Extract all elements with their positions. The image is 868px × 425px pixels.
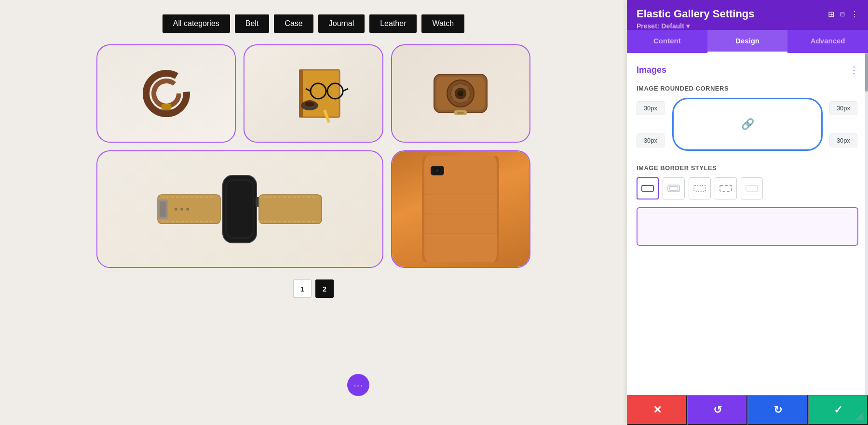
panel-footer: ✕ ↺ ↻ ✓ (627, 395, 868, 425)
gallery-item-watch[interactable] (96, 150, 383, 268)
page-2-button[interactable]: 2 (315, 279, 334, 298)
svg-rect-22 (457, 112, 464, 114)
preset-text: Preset: Default (637, 22, 684, 30)
images-section-more-icon[interactable]: ⋮ (850, 65, 858, 75)
svg-rect-5 (299, 69, 303, 118)
images-section-title: Images (637, 65, 666, 75)
svg-rect-35 (259, 195, 322, 224)
corner-bottom-right-input[interactable] (829, 133, 857, 147)
filter-journal[interactable]: Journal (318, 14, 365, 33)
resize-handle[interactable] (854, 411, 864, 421)
gallery-item-journal[interactable] (244, 44, 383, 143)
svg-point-1 (154, 81, 179, 106)
svg-rect-47 (668, 185, 679, 192)
tab-design[interactable]: Design (707, 30, 788, 53)
filter-belt[interactable]: Belt (235, 14, 270, 33)
split-icon[interactable]: ⧈ (840, 10, 845, 18)
fab-button[interactable]: ··· (347, 374, 369, 396)
fab-dots-icon: ··· (353, 380, 363, 391)
svg-point-29 (180, 208, 183, 211)
svg-point-30 (186, 208, 189, 211)
corner-top-right-input[interactable] (829, 101, 857, 115)
tab-content[interactable]: Content (627, 30, 707, 53)
svg-point-28 (175, 208, 177, 211)
svg-rect-46 (642, 186, 653, 191)
panel-tabs: Content Design Advanced (627, 30, 868, 53)
panel-title: Elastic Gallery Settings (637, 8, 755, 20)
border-dotted-btn[interactable] (689, 177, 711, 199)
pagination: 1 2 (293, 279, 334, 298)
svg-point-42 (435, 169, 439, 173)
gallery-item-leather-case[interactable] (391, 44, 530, 143)
svg-rect-50 (720, 186, 732, 191)
filter-bar: All categories Belt Case Journal Leather… (163, 14, 464, 33)
rounded-corners-label: Image Rounded Corners (637, 85, 858, 92)
tab-advanced[interactable]: Advanced (787, 30, 868, 53)
corner-bottom-left-input[interactable] (637, 133, 665, 147)
svg-rect-2 (162, 104, 171, 110)
svg-rect-51 (746, 186, 758, 191)
redo-button[interactable]: ↻ (747, 395, 808, 425)
preset-arrow-icon: ▾ (686, 22, 690, 30)
rounded-corners-control: 🔗 (637, 98, 858, 151)
gallery-item-belt[interactable] (96, 44, 236, 143)
svg-rect-27 (160, 201, 166, 217)
border-styles-row (637, 177, 858, 199)
filter-watch[interactable]: Watch (421, 14, 464, 33)
border-box-preview (637, 207, 858, 246)
responsive-icon[interactable]: ⊞ (828, 10, 834, 19)
filter-all-categories[interactable]: All categories (163, 14, 230, 33)
page-1-button[interactable]: 1 (293, 279, 312, 298)
svg-point-13 (305, 102, 314, 106)
border-double-btn[interactable] (663, 177, 685, 199)
panel-header-icons: ⊞ ⧈ ⋮ (828, 10, 858, 19)
border-styles-section: Image Border Styles (637, 164, 858, 246)
link-icon[interactable]: 🔗 (741, 118, 754, 131)
settings-panel: Elastic Gallery Settings ⊞ ⧈ ⋮ Preset: D… (627, 0, 868, 425)
preset-selector[interactable]: Preset: Default ▾ (637, 22, 858, 30)
filter-leather[interactable]: Leather (369, 14, 417, 33)
svg-rect-48 (669, 186, 678, 190)
border-styles-label: Image Border Styles (637, 164, 858, 172)
border-solid-btn[interactable] (637, 177, 659, 199)
gallery-grid (96, 44, 530, 268)
rounded-preview: 🔗 (672, 98, 823, 151)
filter-case[interactable]: Case (274, 14, 313, 33)
cancel-button[interactable]: ✕ (627, 395, 687, 425)
svg-point-20 (458, 91, 463, 96)
more-options-icon[interactable]: ⋮ (851, 10, 858, 19)
panel-body: Images ⋮ Image Rounded Corners 🔗 (627, 53, 868, 395)
corner-top-left-input[interactable] (637, 101, 665, 115)
border-groove-btn[interactable] (741, 177, 763, 199)
svg-line-10 (343, 89, 348, 91)
gallery-canvas: All categories Belt Case Journal Leather… (0, 0, 627, 425)
svg-rect-33 (227, 181, 253, 237)
panel-header: Elastic Gallery Settings ⊞ ⧈ ⋮ Preset: D… (627, 0, 868, 30)
undo-button[interactable]: ↺ (687, 395, 747, 425)
svg-rect-49 (694, 186, 705, 191)
border-dashed-btn[interactable] (715, 177, 737, 199)
images-section-header: Images ⋮ (637, 65, 858, 75)
svg-line-54 (862, 419, 863, 420)
gallery-item-orange-case[interactable] (391, 150, 530, 268)
